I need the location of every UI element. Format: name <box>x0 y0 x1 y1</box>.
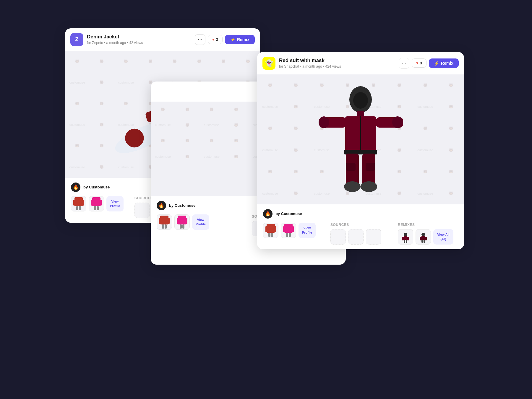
remixes-items: View All (43) <box>398 229 458 245</box>
remix-button[interactable]: ⚡ Remix <box>225 35 255 44</box>
card-title: Red suit with mask <box>279 58 395 63</box>
more-options-button[interactable]: ⋯ <box>399 58 409 69</box>
svg-rect-64 <box>407 237 409 240</box>
remix-label: Remix <box>441 61 453 66</box>
creator-avatar: 🔥 <box>71 183 80 192</box>
outfit-thumb-2 <box>281 223 296 238</box>
heart-icon: ♥ <box>416 61 419 65</box>
outfit-thumb-2 <box>174 214 190 230</box>
suit-image <box>310 83 411 196</box>
like-count: 2 <box>216 37 218 42</box>
svg-point-41 <box>319 116 329 128</box>
avatar: 👻 <box>262 57 275 70</box>
card-actions: ⋯ ♥ 3 ⚡ Remix <box>399 58 459 69</box>
creator-avatar: 🔥 <box>157 201 166 210</box>
creator-name: by Customuse <box>169 203 196 208</box>
outfit-thumb-2 <box>89 196 104 211</box>
view-profile-button[interactable]: View Profile <box>192 214 209 230</box>
creator-avatar: 🔥 <box>263 209 273 219</box>
svg-rect-52 <box>265 226 269 232</box>
svg-rect-28 <box>162 224 164 229</box>
remix-button[interactable]: ⚡ Remix <box>429 58 459 68</box>
svg-rect-71 <box>421 240 423 243</box>
outfit-thumb-1 <box>71 196 86 211</box>
remix-thumb-2 <box>416 229 431 245</box>
svg-rect-66 <box>406 240 407 243</box>
svg-rect-11 <box>80 200 84 206</box>
card-footer: 🔥 by Customuse View Profile <box>257 204 464 249</box>
svg-rect-69 <box>420 237 422 240</box>
card-preview: 🐻🐻🐻🐻🐻🐻🐻🐻 customuse🐻customuse🐻customuse🐻c… <box>257 74 464 204</box>
remix-icon: ⚡ <box>230 37 235 42</box>
like-count: 3 <box>420 61 422 65</box>
remix-thumb-1 <box>398 229 413 245</box>
sources-section: Sources <box>330 223 391 245</box>
creator-name: by Customuse <box>275 211 302 216</box>
card-title: Denim Jacket <box>87 34 191 40</box>
view-profile-button[interactable]: View Profile <box>299 223 316 238</box>
red-suit-card: 👻 Red suit with mask for Snapchat • a mo… <box>257 52 464 249</box>
svg-point-42 <box>392 116 403 128</box>
more-options-button[interactable]: ⋯ <box>195 34 205 45</box>
svg-rect-54 <box>268 233 270 237</box>
svg-rect-63 <box>402 237 404 240</box>
svg-rect-60 <box>289 233 291 237</box>
svg-rect-15 <box>91 200 95 206</box>
like-button[interactable]: ♥ 3 <box>412 58 426 68</box>
sources-items <box>330 229 391 245</box>
svg-rect-13 <box>79 206 81 210</box>
svg-point-47 <box>361 181 377 192</box>
svg-rect-55 <box>271 233 273 237</box>
heart-icon: ♥ <box>212 37 215 42</box>
svg-rect-58 <box>290 226 294 232</box>
svg-rect-27 <box>166 218 170 224</box>
source-thumb-1 <box>134 203 150 218</box>
svg-rect-31 <box>177 218 180 224</box>
svg-point-46 <box>344 181 361 192</box>
svg-rect-49 <box>346 163 355 170</box>
source-thumb-1 <box>330 229 346 245</box>
outfit-thumb-1 <box>263 223 278 238</box>
svg-point-36 <box>353 92 368 109</box>
card-header: 👻 Red suit with mask for Snapchat • a mo… <box>257 52 464 74</box>
creator-items: View Profile <box>263 223 323 238</box>
svg-rect-33 <box>180 224 182 229</box>
card-meta: for Zepeto • a month ago • 42 views <box>87 41 191 45</box>
svg-rect-16 <box>98 200 102 206</box>
card-meta: for Snapchat • a month ago • 424 views <box>279 64 395 69</box>
like-button[interactable]: ♥ 2 <box>208 35 223 44</box>
svg-rect-12 <box>76 206 78 210</box>
creator-name: by Customuse <box>83 185 110 189</box>
card-header: Z Denim Jacket for Zepeto • a month ago … <box>65 28 260 51</box>
view-profile-button[interactable]: View Profile <box>106 196 124 211</box>
footer-sections: View Profile Sources Remixes <box>263 223 458 245</box>
svg-rect-17 <box>94 206 96 210</box>
svg-rect-57 <box>283 226 287 232</box>
svg-rect-59 <box>286 233 288 237</box>
source-thumb-3 <box>366 229 381 245</box>
svg-rect-72 <box>424 240 425 243</box>
svg-rect-50 <box>366 163 375 170</box>
svg-rect-10 <box>73 200 77 206</box>
creator-section: View Profile <box>263 223 323 245</box>
creator-section: View Profile <box>71 196 127 218</box>
remix-label: Remix <box>237 37 249 42</box>
svg-rect-26 <box>159 218 163 224</box>
remixes-section: Remixes View All (43) <box>398 223 458 245</box>
avatar: Z <box>70 33 83 46</box>
svg-rect-34 <box>182 224 184 229</box>
svg-rect-32 <box>184 218 187 224</box>
source-thumb-2 <box>348 229 364 245</box>
creator-section: View Profile <box>157 214 245 236</box>
svg-rect-70 <box>424 237 427 240</box>
creator-items: View Profile <box>157 214 245 230</box>
card-actions: ⋯ ♥ 2 ⚡ Remix <box>195 34 255 45</box>
remixes-label: Remixes <box>398 223 458 227</box>
sources-label: Sources <box>330 223 391 227</box>
creator-row: 🔥 by Customuse <box>263 209 458 219</box>
creator-items: View Profile <box>71 196 127 211</box>
view-all-button[interactable]: View All (43) <box>433 229 453 245</box>
svg-rect-65 <box>404 240 405 243</box>
outfit-thumb-1 <box>157 214 172 230</box>
remix-icon: ⚡ <box>434 61 439 66</box>
